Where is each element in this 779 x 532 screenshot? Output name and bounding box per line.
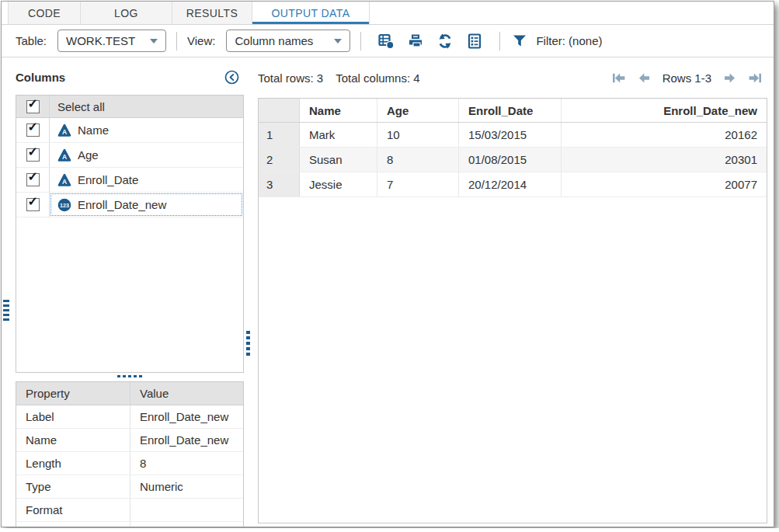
cell-enroll-date[interactable]: 15/03/2015	[459, 123, 562, 147]
cell-age[interactable]: 8	[377, 148, 459, 172]
filter-status: Filter: (none)	[536, 34, 602, 47]
row-number-cell[interactable]: 3	[259, 172, 300, 196]
cell-enroll-date-new[interactable]: 20301	[562, 148, 767, 172]
refresh-icon[interactable]	[436, 32, 454, 50]
row-number-cell[interactable]: 2	[259, 148, 300, 172]
filter-icon[interactable]	[510, 32, 529, 50]
cell-enroll-date[interactable]: 20/12/2014	[459, 172, 562, 196]
column-checkbox[interactable]	[26, 198, 40, 211]
column-row-name[interactable]: A Name	[16, 118, 243, 143]
data-toolbar: Table: WORK.TEST View: Column names	[2, 25, 774, 57]
chevron-down-icon	[334, 39, 342, 43]
columns-panel-header: Columns	[16, 67, 244, 87]
select-all-checkbox[interactable]	[26, 100, 40, 113]
property-row: Length 8	[16, 452, 243, 475]
row-number-header	[259, 99, 300, 122]
main-area: Columns Select all	[2, 57, 774, 527]
property-row: Label Enroll_Date_new	[16, 405, 243, 429]
column-age-label: Age	[78, 148, 99, 162]
total-columns-text: Total columns: 4	[336, 71, 419, 85]
row-number-cell[interactable]: 1	[259, 123, 300, 147]
column-checkbox[interactable]	[26, 123, 40, 137]
rows-range-label: Rows 1-3	[662, 71, 711, 85]
svg-text:123: 123	[60, 201, 69, 208]
column-checkbox[interactable]	[26, 173, 40, 186]
property-row: Name Enroll_Date_new	[16, 429, 243, 452]
collapse-panel-icon[interactable]	[224, 69, 239, 85]
character-column-icon: A	[57, 173, 71, 187]
column-checkbox[interactable]	[26, 148, 40, 162]
column-properties-icon[interactable]	[465, 32, 484, 50]
property-row: Format	[16, 499, 243, 522]
column-row-age[interactable]: A Age	[16, 143, 243, 168]
table-row[interactable]: 2 Susan 8 01/08/2015 20301	[259, 148, 767, 172]
properties-header-row: Property Value	[16, 382, 243, 405]
tab-log[interactable]: LOG	[81, 2, 172, 24]
previous-page-icon[interactable]	[637, 71, 652, 85]
table-select-value: WORK.TEST	[66, 34, 135, 47]
table-row[interactable]: 1 Mark 10 15/03/2015 20162	[259, 123, 767, 148]
header-enroll-date-new[interactable]: Enroll_Date_new	[562, 99, 767, 122]
table-options-icon[interactable]	[377, 32, 395, 50]
cell-name[interactable]: Susan	[300, 148, 377, 172]
next-page-icon[interactable]	[722, 71, 737, 85]
header-age[interactable]: Age	[377, 99, 459, 122]
column-row-enroll-date[interactable]: A Enroll_Date	[16, 168, 243, 193]
character-column-icon: A	[57, 148, 71, 162]
grid-empty-area	[259, 197, 767, 523]
cell-age[interactable]: 10	[377, 123, 459, 147]
cell-enroll-date-new[interactable]: 20162	[562, 123, 767, 147]
table-row[interactable]: 3 Jessie 7 20/12/2014 20077	[259, 172, 767, 197]
last-page-icon[interactable]	[748, 71, 763, 85]
numeric-column-icon: 123	[57, 198, 71, 212]
header-name[interactable]: Name	[300, 99, 377, 122]
columns-panel: Columns Select all	[16, 67, 244, 527]
column-row-enroll-date-new[interactable]: 123 Enroll_Date_new	[16, 193, 243, 217]
column-enroll-date-new-label: Enroll_Date_new	[78, 198, 166, 211]
table-select[interactable]: WORK.TEST	[57, 30, 166, 52]
cell-name[interactable]: Mark	[300, 123, 377, 147]
total-rows-text: Total rows: 3	[258, 71, 323, 85]
chevron-down-icon	[150, 39, 158, 43]
pagination: Rows 1-3	[611, 71, 767, 85]
print-icon[interactable]	[406, 32, 425, 50]
filter-group: Filter: (none)	[510, 32, 602, 50]
tab-output-data[interactable]: OUTPUT DATA	[252, 2, 370, 24]
tab-code[interactable]: CODE	[8, 2, 81, 24]
toolbar-separator	[176, 32, 177, 50]
grid-header-row: Name Age Enroll_Date Enroll_Date_new	[259, 99, 767, 123]
editor-tabbar: CODE LOG RESULTS OUTPUT DATA	[2, 2, 774, 25]
first-page-icon[interactable]	[611, 71, 626, 85]
cell-age[interactable]: 7	[377, 172, 459, 196]
data-grid: Name Age Enroll_Date Enroll_Date_new 1 M…	[258, 98, 767, 523]
column-enroll-date-label: Enroll_Date	[78, 173, 138, 186]
character-column-icon: A	[57, 123, 71, 137]
svg-text:A: A	[62, 128, 67, 136]
svg-text:A: A	[62, 178, 67, 186]
select-all-row[interactable]: Select all	[16, 96, 243, 118]
column-name-label: Name	[78, 123, 109, 137]
cell-enroll-date-new[interactable]: 20077	[562, 172, 767, 196]
columns-panel-title: Columns	[16, 71, 65, 84]
column-properties-table: Property Value Label Enroll_Date_new Nam…	[16, 381, 244, 527]
data-panel: Total rows: 3 Total columns: 4	[258, 67, 767, 523]
view-select-value: Column names	[235, 34, 313, 47]
output-data-window: CODE LOG RESULTS OUTPUT DATA Table: WORK…	[1, 1, 774, 527]
panel-splitter-handle[interactable]	[246, 331, 250, 356]
header-enroll-date[interactable]: Enroll_Date	[459, 99, 562, 122]
tab-results[interactable]: RESULTS	[172, 2, 252, 24]
toolbar-separator	[499, 32, 500, 50]
value-header: Value	[130, 382, 243, 405]
property-row: Type Numeric	[16, 475, 243, 499]
columns-list: Select all A Name	[16, 95, 244, 373]
view-label: View:	[187, 34, 215, 47]
toolbar-separator	[360, 32, 361, 50]
cell-enroll-date[interactable]: 01/08/2015	[459, 148, 562, 172]
properties-splitter-handle[interactable]	[16, 373, 244, 380]
view-select[interactable]: Column names	[226, 30, 350, 52]
table-totals: Total rows: 3 Total columns: 4	[258, 71, 420, 85]
select-all-label: Select all	[50, 96, 243, 117]
svg-text:A: A	[62, 153, 67, 161]
left-splitter-handle[interactable]	[3, 300, 9, 321]
cell-name[interactable]: Jessie	[300, 172, 377, 196]
